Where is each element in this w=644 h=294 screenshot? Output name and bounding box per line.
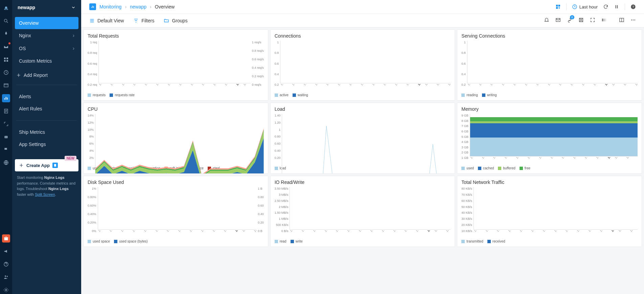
legend-label: requests: [93, 93, 106, 97]
split-screen-link[interactable]: Split Screen: [35, 192, 55, 196]
expand-icon[interactable]: [2, 120, 10, 128]
svg-rect-33: [605, 19, 606, 21]
grid-icon[interactable]: [2, 56, 10, 64]
chart-plot[interactable]: [98, 187, 257, 230]
chart-plot[interactable]: [280, 41, 451, 83]
flag-icon[interactable]: [2, 146, 10, 154]
filters-button[interactable]: Filters: [133, 18, 154, 23]
icon-rail: [0, 0, 12, 294]
columns-icon[interactable]: [601, 17, 607, 24]
legend-swatch: [520, 167, 523, 170]
settings-icon[interactable]: [2, 286, 10, 294]
svg-point-35: [631, 20, 632, 21]
doc-icon[interactable]: [2, 107, 10, 115]
search-icon[interactable]: [2, 17, 10, 25]
svg-rect-22: [556, 7, 558, 9]
legend-swatch: [114, 240, 117, 243]
sidebar-item-label: Custom Metrics: [19, 58, 52, 64]
legend-swatch: [461, 93, 465, 97]
legend-swatch: [482, 93, 485, 97]
chart-icon[interactable]: [2, 94, 10, 102]
legend-label: write: [296, 239, 303, 243]
help-icon[interactable]: [2, 260, 10, 268]
robot-icon[interactable]: [2, 133, 10, 141]
y-axis-left: 10.80.60.40.2: [461, 41, 466, 87]
sidebar-item-nginx[interactable]: Nginx›: [15, 29, 78, 42]
svg-rect-21: [558, 5, 560, 6]
chart-plot[interactable]: [282, 114, 451, 174]
groups-button[interactable]: Groups: [164, 18, 187, 23]
svg-rect-30: [602, 19, 603, 21]
chart-plot[interactable]: [95, 114, 264, 174]
y-axis-left: 1%0.80%0.60%0.40%0.20%0%: [88, 187, 96, 233]
svg-point-17: [7, 276, 8, 277]
help-icon[interactable]: ?: [630, 4, 636, 9]
save-icon[interactable]: [578, 17, 584, 24]
rocket-icon[interactable]: [2, 30, 10, 38]
sidebar-item-alerts[interactable]: Alerts: [15, 90, 78, 103]
legend-swatch: [478, 167, 481, 170]
x-axis: 11:24 AM11:27 AM11:30 AM11:33 AM11:36 AM…: [98, 230, 257, 233]
add-report-button[interactable]: Add Report: [12, 69, 81, 81]
window-icon[interactable]: [2, 81, 10, 89]
chart-title: IO Read/Write: [275, 180, 451, 185]
legend-item: writing: [482, 93, 497, 97]
chart-plot[interactable]: [98, 41, 251, 83]
promo-text: Start monitoring Nginx Logs performance.…: [15, 171, 78, 201]
mail-icon[interactable]: [555, 17, 561, 24]
app-selector[interactable]: newapp: [12, 0, 81, 15]
breadcrumb-monitoring[interactable]: Monitoring: [99, 4, 121, 9]
y-axis-right: 1 B0.800.600.400.200 B: [258, 187, 264, 233]
chart-plot[interactable]: [474, 187, 638, 230]
y-axis-left: 1.401.2010.800.600.400.20: [275, 114, 281, 160]
chart-plot[interactable]: [467, 41, 638, 83]
divider: [16, 85, 77, 85]
sidebar-item-overview[interactable]: Overview: [15, 17, 78, 29]
clock-icon: [572, 4, 577, 9]
legend-label: waiting: [298, 93, 308, 97]
logo-icon[interactable]: [2, 4, 10, 12]
sidebar-item-app-settings[interactable]: App Settings: [15, 138, 78, 150]
sidebar-item-custom-metrics[interactable]: Custom Metrics: [15, 55, 78, 67]
legend-item: used space (bytes): [114, 239, 148, 243]
refresh-icon[interactable]: [603, 4, 608, 9]
pause-icon[interactable]: [614, 4, 619, 9]
legend-item: write: [291, 239, 303, 243]
chart-title: Memory: [461, 106, 638, 112]
y-axis-left: 1 req0.8 req0.6 req0.4 req0.2 req: [88, 41, 97, 87]
legend-label: active: [280, 93, 289, 97]
link-icon[interactable]: 0: [567, 17, 572, 24]
chart-plot[interactable]: [290, 187, 451, 230]
fullscreen-icon[interactable]: [590, 17, 595, 24]
svg-point-36: [633, 20, 634, 21]
apps-icon[interactable]: [555, 4, 561, 9]
split-icon[interactable]: [619, 17, 624, 24]
announce-icon[interactable]: [2, 247, 10, 255]
sidebar-item-ship-metrics[interactable]: Ship Metrics: [15, 126, 78, 138]
plus-icon: [19, 163, 24, 168]
legend-item: requests: [88, 93, 106, 97]
sidebar-item-label: Alerts: [19, 94, 31, 99]
sidebar-item-os[interactable]: OS›: [15, 42, 78, 55]
clock-icon[interactable]: [2, 68, 10, 77]
chart-card-serving-connections: Serving Connections10.80.60.40.211:24 AM…: [457, 29, 642, 101]
sidebar-item-alert-rules[interactable]: Alert Rules: [15, 103, 78, 115]
globe-icon[interactable]: [2, 159, 10, 167]
chart-title: Serving Connections: [461, 33, 638, 39]
time-range-selector[interactable]: Last hour: [572, 4, 598, 9]
svg-point-18: [5, 289, 7, 291]
gift-icon[interactable]: [2, 234, 10, 243]
bell-icon[interactable]: [544, 17, 549, 24]
svg-point-16: [5, 275, 6, 277]
svg-point-1: [4, 19, 7, 22]
default-view-button[interactable]: Default View: [89, 18, 124, 23]
breadcrumb-app[interactable]: newapp: [130, 4, 146, 9]
chart-title: Total Requests: [88, 33, 264, 39]
more-icon[interactable]: [630, 17, 636, 24]
chart-plot[interactable]: [470, 114, 638, 156]
inbox-icon[interactable]: [2, 43, 10, 51]
legend-item: reading: [461, 93, 478, 97]
create-app-button[interactable]: Create App: [15, 159, 78, 171]
team-icon[interactable]: [2, 273, 10, 281]
chart-card-cpu: CPU14%12%10%8%6%4%2%11:24 AM11:27 AM11:3…: [83, 103, 268, 174]
